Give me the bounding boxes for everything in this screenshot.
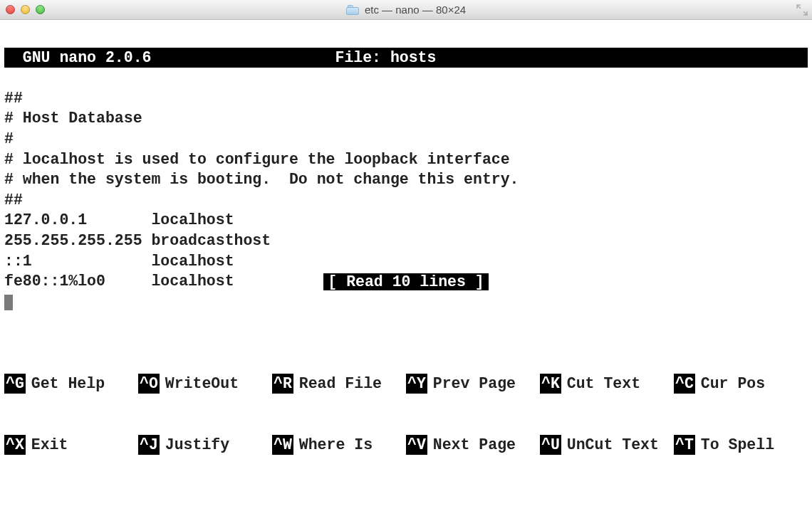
help-key: ^Y bbox=[406, 374, 427, 394]
help-label: Get Help bbox=[31, 374, 105, 394]
help-label: Read File bbox=[299, 374, 382, 394]
help-key: ^W bbox=[272, 435, 293, 456]
help-item[interactable]: ^CCur Pos bbox=[674, 374, 808, 394]
help-key: ^U bbox=[540, 435, 561, 456]
help-key: ^V bbox=[406, 435, 427, 456]
close-icon[interactable] bbox=[6, 5, 15, 14]
help-key: ^T bbox=[674, 435, 695, 456]
nano-footer: [ Read 10 lines ] ^GGet Help^OWriteOut^R… bbox=[4, 231, 808, 516]
help-item[interactable]: ^TTo Spell bbox=[674, 435, 808, 456]
help-item[interactable]: ^RRead File bbox=[272, 374, 406, 394]
minimize-icon[interactable] bbox=[21, 5, 30, 14]
help-item[interactable]: ^WWhere Is bbox=[272, 435, 406, 456]
help-item[interactable]: ^JJustify bbox=[138, 435, 272, 456]
help-item[interactable]: ^GGet Help bbox=[4, 374, 138, 394]
help-label: Where Is bbox=[299, 435, 373, 456]
help-key: ^J bbox=[138, 435, 160, 456]
help-label: Cur Pos bbox=[701, 374, 765, 394]
status-line: [ Read 10 lines ] bbox=[4, 272, 808, 293]
help-item[interactable]: ^YPrev Page bbox=[406, 374, 540, 394]
help-label: Cut Text bbox=[567, 374, 640, 394]
help-item[interactable]: ^OWriteOut bbox=[138, 374, 272, 394]
status-text: [ Read 10 lines ] bbox=[323, 273, 488, 290]
help-label: Exit bbox=[31, 435, 68, 456]
help-item[interactable]: ^XExit bbox=[4, 435, 138, 456]
help-bar: ^GGet Help^OWriteOut^RRead File^YPrev Pa… bbox=[4, 333, 808, 496]
help-key: ^K bbox=[540, 374, 561, 394]
nano-file-label: File: hosts bbox=[335, 49, 436, 66]
zoom-icon[interactable] bbox=[36, 5, 45, 14]
nano-version: GNU nano 2.0.6 bbox=[4, 49, 151, 66]
window-title-text: etc — nano — 80×24 bbox=[365, 4, 466, 16]
nano-header: GNU nano 2.0.6 File: hosts bbox=[4, 48, 808, 68]
help-label: UnCut Text bbox=[567, 435, 659, 456]
help-item[interactable]: ^KCut Text bbox=[540, 374, 674, 394]
help-item[interactable]: ^VNext Page bbox=[406, 435, 540, 456]
help-key: ^X bbox=[4, 435, 26, 456]
help-label: Justify bbox=[165, 435, 229, 456]
help-key: ^R bbox=[272, 374, 293, 394]
help-label: WriteOut bbox=[165, 374, 239, 394]
window-title: etc — nano — 80×24 bbox=[346, 4, 466, 16]
window-titlebar: etc — nano — 80×24 bbox=[0, 0, 812, 20]
fullscreen-icon[interactable] bbox=[796, 4, 808, 16]
folder-icon bbox=[346, 5, 359, 15]
traffic-lights bbox=[6, 5, 45, 14]
help-label: To Spell bbox=[701, 435, 774, 456]
help-key: ^C bbox=[674, 374, 695, 394]
help-label: Next Page bbox=[433, 435, 516, 456]
help-label: Prev Page bbox=[433, 374, 516, 394]
help-item[interactable]: ^UUnCut Text bbox=[540, 435, 674, 456]
help-key: ^O bbox=[138, 374, 160, 394]
help-key: ^G bbox=[4, 374, 26, 394]
